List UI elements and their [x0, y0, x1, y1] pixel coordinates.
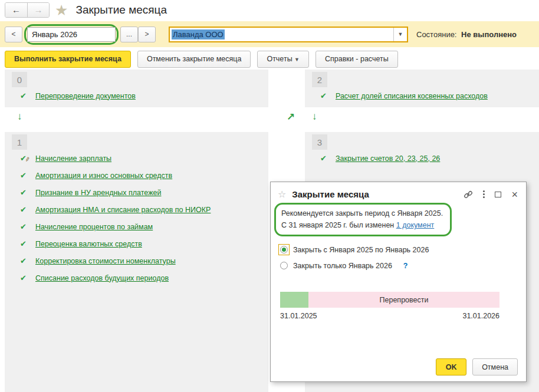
stage-3-number: 3 [312, 134, 327, 150]
pencil-icon: ✎ [24, 156, 31, 163]
completed-check-icon: ✔ [20, 274, 31, 282]
radio-selected-icon[interactable] [280, 246, 288, 253]
stage-item: ✔ Начисление процентов по займам [5, 218, 268, 235]
recommendation-annotation: Рекомендуется закрыть период с Января 20… [274, 203, 452, 236]
more-menu-icon[interactable] [483, 189, 485, 199]
cancel-closing-button[interactable]: Отменить закрытие месяца [137, 51, 251, 68]
radio-close-range-label: Закрыть с Января 2025 по Январь 2026 [293, 246, 429, 254]
completed-check-icon: ✔ [320, 154, 331, 163]
stage-item: ✔ Признание в НУ арендных платежей [5, 184, 268, 201]
stage-1-number: 1 [12, 134, 27, 150]
organization-combobox[interactable]: Лаванда ООО ▼ [169, 27, 408, 42]
page-title: Закрытие месяца [75, 4, 167, 17]
stage-item: ✔ Переоценка валютных средств [5, 235, 268, 252]
flow-down-arrow-icon: ↓ [17, 111, 22, 123]
stage-link-payroll[interactable]: Начисление зарплаты [35, 154, 111, 163]
chevron-down-icon: ▼ [294, 57, 300, 62]
stage-2-section: 2 ✔ Расчет долей списания косвенных расх… [305, 70, 539, 107]
chevron-down-icon: ▼ [398, 31, 403, 37]
stage-link-deferred-expenses[interactable]: Списание расходов будущих периодов [35, 274, 169, 282]
completed-check-icon: ✔ [20, 91, 31, 100]
timeline-end-date: 31.01.2026 [462, 312, 499, 320]
back-button[interactable]: ← [5, 3, 27, 17]
radio-focus-box [278, 244, 290, 255]
period-more-button[interactable]: ... [120, 27, 138, 42]
stage-2-number: 2 [312, 72, 327, 87]
radio-close-single-row[interactable]: Закрыть только Январь 2026 ? [278, 258, 526, 274]
stage-item: ✔ Амортизация и износ основных средств [5, 167, 268, 184]
forward-button[interactable]: → [27, 3, 49, 17]
radio-wrap [278, 260, 290, 271]
dialog-titlebar: ☆ Закрытие месяца × [271, 182, 526, 201]
reports-menu-button[interactable]: Отчеты ▼ [257, 51, 309, 68]
stage-link-item-cost-adjustment[interactable]: Корректировка стоимости номенклатуры [35, 257, 176, 265]
close-icon[interactable]: × [511, 190, 518, 199]
references-button[interactable]: Справки - расчеты [315, 51, 398, 68]
stage-link-indirect-costs[interactable]: Расчет долей списания косвенных расходов [336, 92, 488, 100]
link-icon[interactable] [464, 190, 473, 199]
stage-item: ✔ Корректировка стоимости номенклатуры [5, 252, 268, 269]
reports-label: Отчеты [267, 55, 292, 63]
nav-button-group: ← → [5, 2, 50, 18]
completed-edited-check-icon: ✔✎ [20, 154, 31, 163]
ok-button[interactable]: OK [436, 358, 466, 375]
completed-check-icon: ✔ [20, 222, 31, 231]
reposting-timeline: Перепровести 31.01.2025 31.01.2026 [280, 292, 499, 320]
stage-link-lease-payments[interactable]: Признание в НУ арендных платежей [35, 189, 161, 197]
stage-link-reposting[interactable]: Перепроведение документов [35, 92, 136, 100]
radio-close-single-label: Закрыть только Январь 2026 [293, 262, 392, 270]
stage-item: ✔ Перепроведение документов [5, 87, 268, 104]
stage-item: ✔ Амортизация НМА и списание расходов по… [5, 201, 268, 218]
favorites-star-icon[interactable]: ★ [55, 3, 68, 17]
status-value: Не выполнено [461, 30, 517, 39]
stage-0-number: 0 [12, 72, 27, 87]
timeline-closed-segment [280, 292, 308, 308]
completed-check-icon: ✔ [20, 256, 31, 265]
radio-close-range-row[interactable]: Закрыть с Января 2025 по Январь 2026 [278, 242, 526, 258]
flow-diagonal-arrow-icon: ↗ [287, 111, 295, 123]
completed-check-icon: ✔ [20, 188, 31, 197]
dialog-window-controls: × [464, 189, 518, 199]
stage-item: ✔✎ Начисление зарплаты [5, 150, 268, 167]
cancel-button[interactable]: Отмена [472, 358, 518, 375]
dialog-title: Закрытие месяца [292, 189, 464, 199]
stage-link-loan-interest[interactable]: Начисление процентов по займам [35, 223, 153, 231]
period-input[interactable] [27, 27, 116, 42]
stage-link-intangibles[interactable]: Амортизация НМА и списание расходов по Н… [35, 206, 211, 214]
prev-month-button[interactable]: < [5, 27, 22, 42]
period-toolbar: < ... > Лаванда ООО ▼ Состояние: Не выпо… [0, 21, 539, 47]
completed-check-icon: ✔ [320, 91, 331, 100]
timeline-start-date: 31.01.2025 [280, 312, 317, 320]
status-area: Состояние: Не выполнено [416, 30, 517, 39]
next-month-button[interactable]: > [138, 27, 156, 42]
stage-link-depreciation[interactable]: Амортизация и износ основных средств [35, 172, 172, 180]
stage-item: ✔ Расчет долей списания косвенных расход… [305, 87, 539, 104]
changed-document-link[interactable]: 1 документ [396, 221, 435, 229]
command-bar: Выполнить закрытие месяца Отменить закры… [0, 48, 539, 70]
help-question-icon[interactable]: ? [403, 262, 408, 270]
flow-down-arrow-icon: ↓ [312, 111, 317, 123]
stage-link-currency-revaluation[interactable]: Переоценка валютных средств [35, 240, 142, 248]
timeline-bar: Перепровести [280, 292, 499, 308]
completed-check-icon: ✔ [20, 171, 31, 180]
completed-check-icon: ✔ [20, 205, 31, 214]
month-closing-dialog: ☆ Закрытие месяца × Рекомендуется закрыт… [270, 182, 527, 382]
favorites-star-outline-icon[interactable]: ☆ [278, 189, 286, 200]
stage-0-section: 0 ✔ Перепроведение документов [5, 70, 268, 107]
timeline-repost-segment: Перепровести [308, 292, 499, 308]
close-mode-radio-group: Закрыть с Января 2025 по Январь 2026 Зак… [278, 242, 526, 274]
timeline-dates: 31.01.2025 31.01.2026 [280, 312, 499, 320]
stage-link-close-accounts[interactable]: Закрытие счетов 20, 23, 25, 26 [336, 154, 440, 163]
stage-1-section: 1 ✔✎ Начисление зарплаты ✔ Амортизация и… [5, 132, 268, 392]
organization-dropdown-button[interactable]: ▼ [393, 28, 407, 41]
dialog-buttons: OK Отмена [436, 358, 518, 375]
radio-unselected-icon[interactable] [280, 262, 288, 269]
organization-field[interactable]: Лаванда ООО [170, 28, 393, 41]
completed-check-icon: ✔ [20, 239, 31, 248]
maximize-icon[interactable] [495, 192, 501, 197]
app-header: ← → ★ Закрытие месяца [0, 0, 539, 20]
perform-closing-button[interactable]: Выполнить закрытие месяца [5, 51, 131, 68]
recommendation-line1: Рекомендуется закрыть период с Января 20… [281, 209, 443, 218]
organization-value[interactable]: Лаванда ООО [172, 29, 225, 39]
period-annotation-circle [24, 24, 119, 45]
